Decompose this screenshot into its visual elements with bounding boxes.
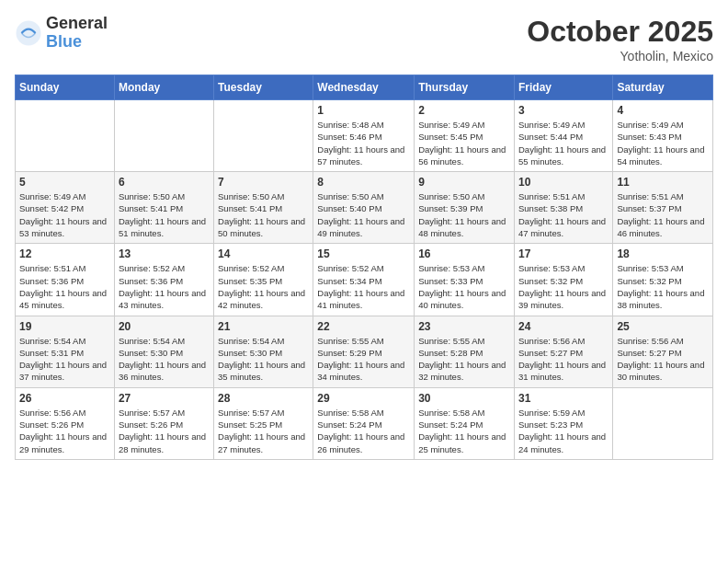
day-info: Sunrise: 5:51 AM Sunset: 5:37 PM Dayligh…: [617, 190, 709, 239]
calendar-cell: 29Sunrise: 5:58 AM Sunset: 5:24 PM Dayli…: [313, 387, 415, 459]
day-number: 13: [119, 247, 210, 260]
day-info: Sunrise: 5:51 AM Sunset: 5:36 PM Dayligh…: [19, 262, 110, 311]
day-info: Sunrise: 5:56 AM Sunset: 5:27 PM Dayligh…: [518, 335, 609, 384]
calendar-cell: 28Sunrise: 5:57 AM Sunset: 5:25 PM Dayli…: [214, 387, 313, 459]
day-info: Sunrise: 5:59 AM Sunset: 5:23 PM Dayligh…: [518, 407, 609, 455]
day-number: 19: [19, 320, 110, 333]
day-number: 28: [218, 392, 309, 405]
day-info: Sunrise: 5:55 AM Sunset: 5:29 PM Dayligh…: [317, 335, 410, 384]
day-info: Sunrise: 5:53 AM Sunset: 5:33 PM Dayligh…: [418, 262, 510, 311]
day-number: 11: [617, 176, 709, 189]
day-number: 30: [418, 392, 510, 405]
calendar-cell: 26Sunrise: 5:56 AM Sunset: 5:26 PM Dayli…: [16, 387, 115, 459]
day-number: 24: [518, 320, 609, 333]
day-of-week-header: Thursday: [415, 75, 515, 100]
logo-blue-text: Blue: [46, 33, 108, 52]
calendar-cell: 12Sunrise: 5:51 AM Sunset: 5:36 PM Dayli…: [16, 244, 115, 316]
day-info: Sunrise: 5:50 AM Sunset: 5:41 PM Dayligh…: [119, 190, 210, 239]
day-number: 22: [317, 320, 410, 333]
day-of-week-header: Wednesday: [313, 75, 415, 100]
calendar-table: SundayMondayTuesdayWednesdayThursdayFrid…: [15, 75, 713, 460]
day-info: Sunrise: 5:54 AM Sunset: 5:30 PM Dayligh…: [119, 335, 210, 384]
day-info: Sunrise: 5:56 AM Sunset: 5:27 PM Dayligh…: [617, 335, 709, 384]
day-info: Sunrise: 5:48 AM Sunset: 5:46 PM Dayligh…: [317, 119, 410, 167]
day-number: 5: [19, 176, 110, 189]
calendar-cell: 17Sunrise: 5:53 AM Sunset: 5:32 PM Dayli…: [514, 244, 612, 316]
day-number: 26: [19, 392, 110, 405]
calendar-cell: 7Sunrise: 5:50 AM Sunset: 5:41 PM Daylig…: [214, 172, 313, 244]
day-info: Sunrise: 5:57 AM Sunset: 5:25 PM Dayligh…: [218, 407, 309, 455]
calendar-cell: 9Sunrise: 5:50 AM Sunset: 5:39 PM Daylig…: [415, 172, 515, 244]
calendar-cell: 27Sunrise: 5:57 AM Sunset: 5:26 PM Dayli…: [114, 387, 213, 459]
day-number: 20: [119, 320, 210, 333]
calendar-cell: 6Sunrise: 5:50 AM Sunset: 5:41 PM Daylig…: [114, 172, 213, 244]
calendar-cell: [114, 100, 213, 172]
day-info: Sunrise: 5:49 AM Sunset: 5:44 PM Dayligh…: [518, 119, 609, 167]
day-number: 12: [19, 247, 110, 260]
calendar-cell: [613, 387, 713, 459]
month-title: October 2025: [527, 15, 713, 49]
calendar-cell: [214, 100, 313, 172]
calendar-cell: [16, 100, 115, 172]
day-info: Sunrise: 5:58 AM Sunset: 5:24 PM Dayligh…: [418, 407, 510, 455]
day-of-week-header: Sunday: [16, 75, 115, 100]
day-of-week-header: Tuesday: [214, 75, 313, 100]
day-number: 21: [218, 320, 309, 333]
calendar-cell: 2Sunrise: 5:49 AM Sunset: 5:45 PM Daylig…: [415, 100, 515, 172]
calendar-cell: 5Sunrise: 5:49 AM Sunset: 5:42 PM Daylig…: [16, 172, 115, 244]
calendar-header-row: SundayMondayTuesdayWednesdayThursdayFrid…: [16, 75, 713, 100]
day-number: 16: [418, 247, 510, 260]
calendar-cell: 31Sunrise: 5:59 AM Sunset: 5:23 PM Dayli…: [514, 387, 612, 459]
day-info: Sunrise: 5:50 AM Sunset: 5:39 PM Dayligh…: [418, 190, 510, 239]
day-of-week-header: Monday: [114, 75, 213, 100]
calendar-cell: 24Sunrise: 5:56 AM Sunset: 5:27 PM Dayli…: [514, 316, 612, 387]
day-of-week-header: Friday: [514, 75, 612, 100]
calendar-cell: 13Sunrise: 5:52 AM Sunset: 5:36 PM Dayli…: [114, 244, 213, 316]
calendar-week-row: 19Sunrise: 5:54 AM Sunset: 5:31 PM Dayli…: [16, 316, 713, 387]
day-number: 27: [119, 392, 210, 405]
day-info: Sunrise: 5:53 AM Sunset: 5:32 PM Dayligh…: [617, 262, 709, 311]
calendar-cell: 19Sunrise: 5:54 AM Sunset: 5:31 PM Dayli…: [16, 316, 115, 387]
day-number: 18: [617, 247, 709, 260]
day-number: 10: [518, 176, 609, 189]
day-info: Sunrise: 5:57 AM Sunset: 5:26 PM Dayligh…: [119, 407, 210, 455]
day-info: Sunrise: 5:49 AM Sunset: 5:45 PM Dayligh…: [418, 119, 510, 167]
calendar-cell: 20Sunrise: 5:54 AM Sunset: 5:30 PM Dayli…: [114, 316, 213, 387]
location-subtitle: Yotholin, Mexico: [527, 49, 713, 63]
day-info: Sunrise: 5:55 AM Sunset: 5:28 PM Dayligh…: [418, 335, 510, 384]
calendar-cell: 10Sunrise: 5:51 AM Sunset: 5:38 PM Dayli…: [514, 172, 612, 244]
calendar-week-row: 26Sunrise: 5:56 AM Sunset: 5:26 PM Dayli…: [16, 387, 713, 459]
day-number: 1: [317, 104, 410, 117]
logo: General Blue: [15, 15, 108, 52]
calendar-week-row: 5Sunrise: 5:49 AM Sunset: 5:42 PM Daylig…: [16, 172, 713, 244]
calendar-cell: 16Sunrise: 5:53 AM Sunset: 5:33 PM Dayli…: [415, 244, 515, 316]
logo-text: General Blue: [46, 15, 108, 52]
day-number: 23: [418, 320, 510, 333]
svg-point-0: [17, 20, 41, 45]
calendar-cell: 22Sunrise: 5:55 AM Sunset: 5:29 PM Dayli…: [313, 316, 415, 387]
calendar-cell: 15Sunrise: 5:52 AM Sunset: 5:34 PM Dayli…: [313, 244, 415, 316]
day-info: Sunrise: 5:52 AM Sunset: 5:35 PM Dayligh…: [218, 262, 309, 311]
day-number: 7: [218, 176, 309, 189]
day-info: Sunrise: 5:54 AM Sunset: 5:31 PM Dayligh…: [19, 335, 110, 384]
title-block: October 2025 Yotholin, Mexico: [527, 15, 713, 63]
day-info: Sunrise: 5:52 AM Sunset: 5:36 PM Dayligh…: [119, 262, 210, 311]
day-number: 2: [418, 104, 510, 117]
day-info: Sunrise: 5:50 AM Sunset: 5:41 PM Dayligh…: [218, 190, 309, 239]
day-number: 25: [617, 320, 709, 333]
calendar-cell: 14Sunrise: 5:52 AM Sunset: 5:35 PM Dayli…: [214, 244, 313, 316]
calendar-cell: 4Sunrise: 5:49 AM Sunset: 5:43 PM Daylig…: [613, 100, 713, 172]
page-header: General Blue October 2025 Yotholin, Mexi…: [15, 15, 713, 63]
calendar-cell: 8Sunrise: 5:50 AM Sunset: 5:40 PM Daylig…: [313, 172, 415, 244]
day-number: 3: [518, 104, 609, 117]
day-info: Sunrise: 5:51 AM Sunset: 5:38 PM Dayligh…: [518, 190, 609, 239]
day-of-week-header: Saturday: [613, 75, 713, 100]
calendar-cell: 18Sunrise: 5:53 AM Sunset: 5:32 PM Dayli…: [613, 244, 713, 316]
calendar-cell: 23Sunrise: 5:55 AM Sunset: 5:28 PM Dayli…: [415, 316, 515, 387]
day-info: Sunrise: 5:52 AM Sunset: 5:34 PM Dayligh…: [317, 262, 410, 311]
day-info: Sunrise: 5:56 AM Sunset: 5:26 PM Dayligh…: [19, 407, 110, 455]
logo-general-text: General: [46, 15, 108, 33]
day-number: 14: [218, 247, 309, 260]
day-number: 8: [317, 176, 410, 189]
day-info: Sunrise: 5:53 AM Sunset: 5:32 PM Dayligh…: [518, 262, 609, 311]
